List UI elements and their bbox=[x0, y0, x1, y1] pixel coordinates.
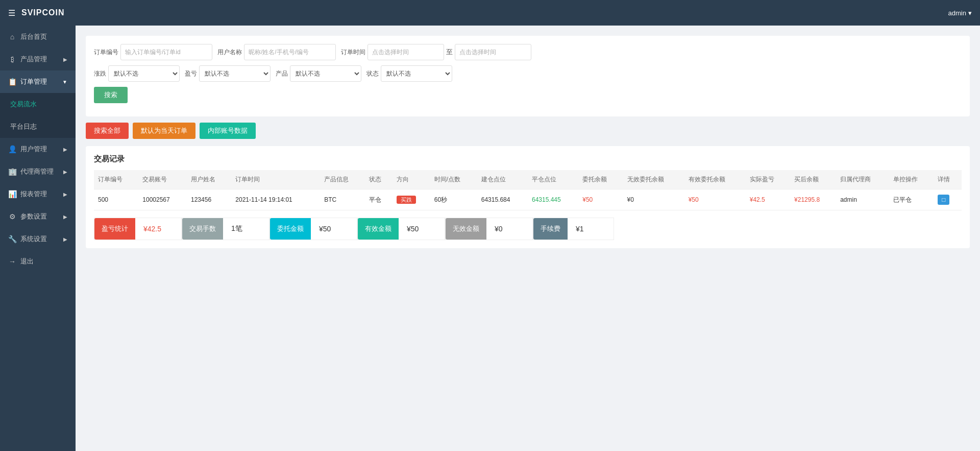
pnl-select[interactable]: 默认不选 bbox=[199, 65, 271, 82]
logout-icon: → bbox=[8, 257, 16, 266]
product-label: 产品 bbox=[276, 69, 288, 78]
sidebar-label-product: 产品管理 bbox=[20, 55, 47, 64]
user-icon: 👤 bbox=[8, 145, 16, 153]
product-icon: ₿ bbox=[8, 55, 16, 63]
filter-group-order-no: 订单编号 bbox=[94, 44, 212, 60]
search-all-button[interactable]: 搜索全部 bbox=[86, 123, 129, 139]
summary-trade-count-label: 交易手数 bbox=[182, 218, 223, 240]
sidebar-item-system[interactable]: 🔧 系统设置 ▶ bbox=[0, 228, 76, 250]
summary-fee-value: ¥1 bbox=[568, 218, 614, 240]
report-icon: 📊 bbox=[8, 190, 16, 198]
col-product: 产品信息 bbox=[320, 170, 364, 189]
sidebar-label-transaction: 交易流水 bbox=[10, 100, 37, 109]
col-actual-pnl: 实际盈亏 bbox=[746, 170, 790, 189]
summary-valid-label: 有效金额 bbox=[358, 218, 399, 240]
summary-fee-label: 手续费 bbox=[533, 218, 568, 240]
sidebar-label-order: 订单管理 bbox=[20, 77, 47, 86]
summary-entrust-label: 委托金额 bbox=[270, 218, 311, 240]
agent-icon: 🏢 bbox=[8, 168, 16, 176]
sidebar-item-agent[interactable]: 🏢 代理商管理 ▶ bbox=[0, 160, 76, 183]
account-select[interactable]: 默认不选 bbox=[108, 65, 180, 82]
col-detail: 详情 bbox=[934, 170, 962, 189]
cell-single-op: 已平仓 bbox=[889, 189, 934, 210]
sidebar-label-report: 报表管理 bbox=[20, 189, 47, 199]
filter-group-pnl: 盈亏 默认不选 bbox=[185, 65, 271, 82]
summary-pnl-value: ¥42.5 bbox=[135, 218, 181, 240]
sidebar-label-dashboard: 后台首页 bbox=[20, 32, 47, 41]
sidebar: ⌂ 后台首页 ₿ 产品管理 ▶ 📋 订单管理 ▼ 交易流水 平台日志 👤 用户管… bbox=[0, 26, 76, 451]
sidebar-item-logout[interactable]: → 退出 bbox=[0, 250, 76, 273]
topbar: ☰ SVIPCOIN admin ▾ bbox=[0, 0, 980, 26]
action-row: 搜索全部 默认为当天订单 内部账号数据 bbox=[86, 123, 970, 139]
col-valid-entrust: 有效委托余额 bbox=[684, 170, 746, 189]
sidebar-item-transaction[interactable]: 交易流水 bbox=[0, 93, 76, 115]
order-icon: 📋 bbox=[8, 78, 16, 86]
sidebar-item-report[interactable]: 📊 报表管理 ▶ bbox=[0, 183, 76, 205]
table-header: 订单编号 交易账号 用户姓名 订单时间 产品信息 状态 方向 时间/点数 建仓点… bbox=[94, 170, 962, 189]
col-entrust: 委托余额 bbox=[578, 170, 623, 189]
sidebar-label-params: 参数设置 bbox=[20, 212, 47, 221]
sidebar-item-order[interactable]: 📋 订单管理 ▼ bbox=[0, 70, 76, 93]
col-time-points: 时间/点数 bbox=[430, 170, 477, 189]
menu-icon[interactable]: ☰ bbox=[8, 8, 15, 18]
system-arrow-icon: ▶ bbox=[63, 236, 67, 242]
internal-account-button[interactable]: 内部账号数据 bbox=[200, 123, 256, 139]
dashboard-icon: ⌂ bbox=[8, 33, 16, 41]
user-arrow-icon[interactable]: ▾ bbox=[968, 9, 972, 17]
sidebar-item-dashboard[interactable]: ⌂ 后台首页 bbox=[0, 26, 76, 48]
cell-detail[interactable]: □ bbox=[934, 189, 962, 210]
summary-pnl-label: 盈亏统计 bbox=[94, 218, 135, 240]
summary-invalid: 无效金额 ¥0 bbox=[445, 218, 533, 240]
sidebar-item-user[interactable]: 👤 用户管理 ▶ bbox=[0, 138, 76, 160]
cell-entrust: ¥50 bbox=[578, 189, 623, 210]
sidebar-item-params[interactable]: ⚙ 参数设置 ▶ bbox=[0, 205, 76, 228]
username-label: 用户名称 bbox=[217, 48, 242, 57]
cell-order-no: 500 bbox=[94, 189, 138, 210]
product-select[interactable]: 默认不选 bbox=[290, 65, 361, 82]
search-button[interactable]: 搜索 bbox=[94, 87, 128, 103]
sidebar-label-logout: 退出 bbox=[20, 257, 34, 266]
cell-valid-entrust: ¥50 bbox=[684, 189, 746, 210]
summary-valid: 有效金额 ¥50 bbox=[357, 218, 445, 240]
filter-group-order-time: 订单时间 至 bbox=[341, 44, 531, 60]
order-time-start-input[interactable] bbox=[368, 44, 444, 60]
col-username: 用户姓名 bbox=[187, 170, 231, 189]
summary-pnl: 盈亏统计 ¥42.5 bbox=[94, 218, 182, 240]
order-arrow-icon: ▼ bbox=[62, 79, 67, 85]
summary-invalid-label: 无效金额 bbox=[446, 218, 486, 240]
sidebar-item-product[interactable]: ₿ 产品管理 ▶ bbox=[0, 48, 76, 70]
sidebar-label-platform-log: 平台日志 bbox=[10, 122, 37, 131]
col-single-op: 单控操作 bbox=[889, 170, 934, 189]
summary-trade-count: 交易手数 1笔 bbox=[182, 218, 270, 240]
cell-close-price: 64315.445 bbox=[528, 189, 578, 210]
order-time-end-input[interactable] bbox=[455, 44, 531, 60]
today-order-button[interactable]: 默认为当天订单 bbox=[133, 123, 195, 139]
cell-username: 123456 bbox=[187, 189, 231, 210]
cell-open-price: 64315.684 bbox=[477, 189, 528, 210]
topbar-logo: SVIPCOIN bbox=[21, 8, 64, 17]
layout: ⌂ 后台首页 ₿ 产品管理 ▶ 📋 订单管理 ▼ 交易流水 平台日志 👤 用户管… bbox=[0, 26, 980, 451]
cell-invalid-entrust: ¥0 bbox=[623, 189, 684, 210]
col-direction: 方向 bbox=[393, 170, 430, 189]
col-status: 状态 bbox=[365, 170, 393, 189]
order-no-input[interactable] bbox=[120, 44, 212, 60]
cell-after-balance: ¥21295.8 bbox=[790, 189, 836, 210]
summary-valid-value: ¥50 bbox=[399, 218, 445, 240]
status-select[interactable]: 默认不选 bbox=[381, 65, 452, 82]
summary-fee: 手续费 ¥1 bbox=[533, 218, 614, 240]
pnl-label: 盈亏 bbox=[185, 69, 197, 78]
col-order-no: 订单编号 bbox=[94, 170, 138, 189]
detail-button[interactable]: □ bbox=[938, 195, 949, 205]
col-invalid-entrust: 无效委托余额 bbox=[623, 170, 684, 189]
username-input[interactable] bbox=[244, 44, 336, 60]
account-label: 涨跌 bbox=[94, 69, 106, 78]
sidebar-item-platform-log[interactable]: 平台日志 bbox=[0, 115, 76, 138]
cell-product: BTC bbox=[320, 189, 364, 210]
col-order-time: 订单时间 bbox=[231, 170, 320, 189]
filter-section: 订单编号 用户名称 订单时间 至 涨跌 默认不选 bbox=[86, 36, 970, 116]
transaction-table: 订单编号 交易账号 用户姓名 订单时间 产品信息 状态 方向 时间/点数 建仓点… bbox=[94, 170, 962, 210]
cell-order-time: 2021-11-14 19:14:01 bbox=[231, 189, 320, 210]
summary-entrust: 委托金额 ¥50 bbox=[270, 218, 357, 240]
table-section: 交易记录 订单编号 交易账号 用户姓名 订单时间 产品信息 状态 方向 时间/点… bbox=[86, 146, 970, 248]
date-separator: 至 bbox=[446, 48, 453, 57]
